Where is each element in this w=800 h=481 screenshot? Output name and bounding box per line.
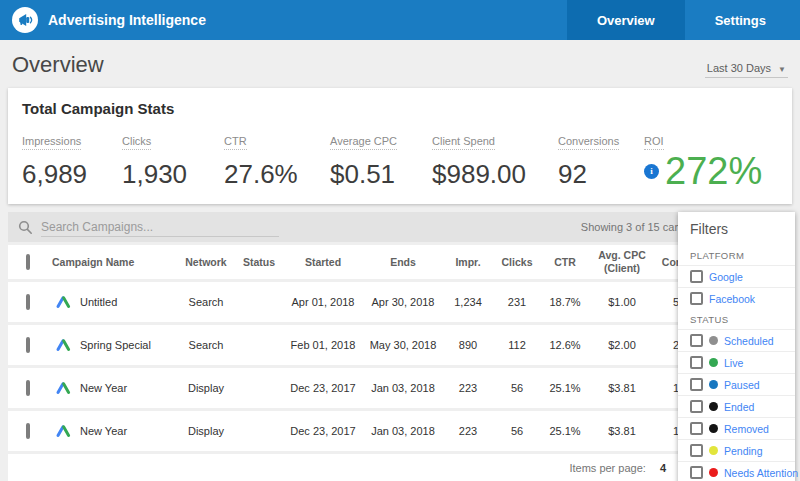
filter-option-label: Pending (724, 445, 763, 457)
cell-ctr: 25.1% (540, 425, 590, 437)
filter-checkbox[interactable] (690, 400, 703, 413)
filter-status-dot (709, 336, 718, 345)
stats-row: Impressions 6,989 Clicks 1,930 CTR 27.6%… (22, 131, 778, 190)
cell-impressions: 1,234 (442, 296, 494, 308)
megaphone-icon (17, 12, 33, 28)
tab-overview[interactable]: Overview (567, 0, 685, 40)
filter-option-label: Live (724, 357, 743, 369)
items-per-page-label: Items per page: (569, 462, 645, 474)
adwords-icon (46, 338, 80, 352)
filter-checkbox[interactable] (690, 466, 703, 479)
filter-option-label: Paused (724, 379, 760, 391)
filter-option[interactable]: Live (678, 351, 795, 373)
row-checkbox[interactable] (26, 423, 30, 439)
filter-checkbox[interactable] (690, 334, 703, 347)
app-logo (12, 7, 38, 33)
stat-value: 6,989 (22, 159, 87, 190)
filter-option[interactable]: Removed (678, 417, 795, 439)
stat-label: ROI (644, 135, 664, 150)
filter-status-dot (709, 402, 718, 411)
filter-section-options: Google Facebook (678, 265, 795, 309)
table-footer: Items per page: 4 (8, 454, 792, 481)
cell-clicks: 112 (494, 339, 540, 351)
stat-value: 27.6% (224, 159, 298, 190)
cell-network: Display (176, 425, 236, 437)
table-row[interactable]: Untitled Search Apr 01, 2018 Apr 30, 201… (8, 282, 792, 322)
filter-option[interactable]: Scheduled (678, 329, 795, 351)
filter-status-dot (709, 468, 718, 477)
filter-checkbox[interactable] (690, 444, 703, 457)
filter-option[interactable]: Pending (678, 439, 795, 461)
filter-checkbox[interactable] (690, 378, 703, 391)
cell-clicks: 231 (494, 296, 540, 308)
filter-option-label: Google (709, 271, 743, 283)
cell-impressions: 223 (442, 425, 494, 437)
filter-section: PLATFORM Google Facebook (678, 245, 795, 309)
cell-campaign-name: Untitled (80, 296, 176, 308)
cell-network: Display (176, 382, 236, 394)
filter-checkbox[interactable] (690, 356, 703, 369)
items-per-page-value[interactable]: 4 (660, 462, 666, 474)
cell-ends: Jan 03, 2018 (364, 425, 442, 437)
cell-avg-cpc: $2.00 (590, 339, 654, 351)
stat-item: Client Spend $989.00 (432, 131, 558, 190)
search-icon (18, 220, 33, 235)
filter-section-label: STATUS (678, 309, 795, 329)
info-icon[interactable]: i (644, 164, 659, 179)
select-all-checkbox[interactable] (26, 254, 30, 270)
filter-option[interactable]: Needs Attention (678, 461, 795, 481)
stat-label: Average CPC (330, 135, 397, 150)
filter-option-label: Removed (724, 423, 769, 435)
app-title: Advertising Intelligence (48, 12, 567, 28)
stat-label: Client Spend (432, 135, 495, 150)
row-checkbox[interactable] (26, 294, 30, 310)
cell-ctr: 25.1% (540, 382, 590, 394)
filter-checkbox[interactable] (690, 422, 703, 435)
date-range-selector[interactable]: Last 30 Days ▼ (705, 59, 788, 78)
cell-ends: Apr 30, 2018 (364, 296, 442, 308)
cell-started: Dec 23, 2017 (282, 382, 364, 394)
search-input[interactable] (41, 218, 279, 237)
cell-network: Search (176, 296, 236, 308)
cell-impressions: 890 (442, 339, 494, 351)
cell-avg-cpc: $3.81 (590, 382, 654, 394)
tab-settings[interactable]: Settings (685, 0, 796, 40)
cell-campaign-name: New Year (80, 382, 176, 394)
total-campaign-stats-card: Total Campaign Stats Impressions 6,989 C… (8, 88, 792, 204)
filter-checkbox[interactable] (690, 292, 703, 305)
cell-campaign-name: Spring Special (80, 339, 176, 351)
row-checkbox[interactable] (26, 337, 30, 353)
cell-campaign-name: New Year (80, 425, 176, 437)
table-row[interactable]: New Year Display Dec 23, 2017 Jan 03, 20… (8, 411, 792, 451)
col-status: Status (236, 256, 282, 268)
filter-section-options: Scheduled Live Paused Ended Removed Pend… (678, 329, 795, 481)
page-header: Overview Last 30 Days ▼ (0, 40, 800, 88)
row-checkbox[interactable] (26, 380, 30, 396)
stat-item: Average CPC $0.51 (330, 131, 432, 190)
col-impr: Impr. (442, 256, 494, 268)
filter-checkbox[interactable] (690, 270, 703, 283)
cell-started: Feb 01, 2018 (282, 339, 364, 351)
adwords-icon (46, 381, 80, 395)
top-bar: Advertising Intelligence Overview Settin… (0, 0, 800, 40)
cell-ctr: 18.7% (540, 296, 590, 308)
cell-avg-cpc: $3.81 (590, 425, 654, 437)
stat-item: CTR 27.6% (224, 131, 330, 190)
filter-option[interactable]: Facebook (678, 287, 795, 309)
filter-option-label: Ended (724, 401, 754, 413)
table-row[interactable]: New Year Display Dec 23, 2017 Jan 03, 20… (8, 368, 792, 408)
cell-clicks: 56 (494, 382, 540, 394)
col-campaign-name: Campaign Name (46, 256, 176, 268)
table-row[interactable]: Spring Special Search Feb 01, 2018 May 3… (8, 325, 792, 365)
filter-option-label: Needs Attention (724, 467, 798, 479)
filter-option-label: Facebook (709, 293, 755, 305)
filter-status-dot (709, 358, 718, 367)
filter-option[interactable]: Ended (678, 395, 795, 417)
campaigns-toolbar: Showing 3 of 15 campaigns (8, 212, 792, 242)
filter-option[interactable]: Google (678, 265, 795, 287)
stat-value: 272% (665, 152, 762, 190)
filter-option[interactable]: Paused (678, 373, 795, 395)
adwords-icon (46, 295, 80, 309)
cell-ends: May 30, 2018 (364, 339, 442, 351)
adwords-icon (46, 424, 80, 438)
